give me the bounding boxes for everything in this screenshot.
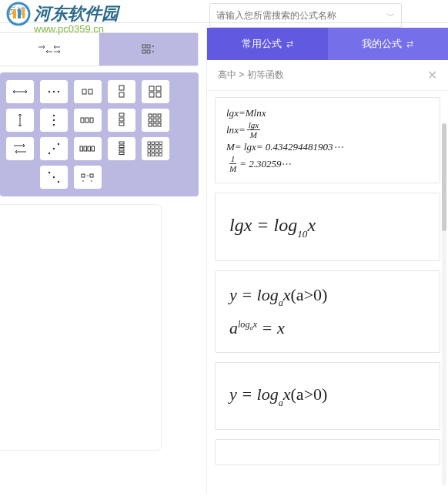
swap-icon: ⇄ xyxy=(286,39,293,49)
scrollbar[interactable] xyxy=(442,123,446,485)
dots-h-icon[interactable] xyxy=(40,80,68,103)
matrix-expand-icon[interactable] xyxy=(74,166,102,189)
arrows-tool[interactable] xyxy=(0,33,99,65)
svg-rect-59 xyxy=(152,142,155,145)
scrollbar-thumb[interactable] xyxy=(442,123,446,231)
matrix-3x1-icon[interactable] xyxy=(108,109,135,132)
svg-rect-54 xyxy=(158,119,161,122)
svg-rect-2 xyxy=(18,9,21,18)
svg-rect-70 xyxy=(148,153,151,156)
svg-point-13 xyxy=(53,115,55,116)
formula-card[interactable]: y = logax(a>0) xyxy=(215,362,440,429)
svg-rect-64 xyxy=(155,146,159,149)
svg-point-14 xyxy=(53,119,55,121)
svg-point-20 xyxy=(53,176,55,178)
search-input[interactable] xyxy=(216,10,386,21)
svg-rect-53 xyxy=(153,119,156,122)
formula-card[interactable]: lgx = log10x xyxy=(215,193,440,261)
dots-diag-down-icon[interactable] xyxy=(40,166,68,189)
svg-point-16 xyxy=(48,153,50,154)
close-icon[interactable]: ✕ xyxy=(427,68,437,82)
svg-rect-50 xyxy=(153,114,156,117)
svg-rect-65 xyxy=(159,146,162,149)
svg-rect-37 xyxy=(119,92,124,97)
right-panel: 常用公式 ⇄ 我的公式 ⇄ 高中 > 初等函数 ✕ lgx = Mlnx lnx… xyxy=(206,28,448,494)
search-box[interactable]: ﹀ xyxy=(209,3,402,28)
matrix-tool-active[interactable] xyxy=(99,33,198,65)
svg-rect-42 xyxy=(119,146,124,148)
formula-list[interactable]: lgx = Mlnx lnx = lgxM M = lgx = 0.434294… xyxy=(207,91,448,499)
svg-rect-67 xyxy=(152,149,155,153)
svg-rect-41 xyxy=(119,142,124,144)
svg-rect-56 xyxy=(153,123,156,126)
left-panel xyxy=(0,28,199,494)
svg-rect-27 xyxy=(80,146,83,151)
svg-point-32 xyxy=(87,175,89,176)
arrow-ud-icon[interactable] xyxy=(6,109,34,132)
formula-card[interactable] xyxy=(215,439,440,465)
svg-point-19 xyxy=(48,172,50,173)
editor-canvas[interactable] xyxy=(0,204,162,451)
svg-rect-30 xyxy=(92,146,95,151)
svg-point-34 xyxy=(82,180,84,182)
svg-point-18 xyxy=(58,143,59,145)
svg-rect-31 xyxy=(82,174,85,177)
svg-rect-26 xyxy=(90,118,93,122)
svg-point-21 xyxy=(58,181,59,183)
formula-card[interactable]: lgx = Mlnx lnx = lgxM M = lgx = 0.434294… xyxy=(215,97,440,183)
matrix-1x2-icon[interactable] xyxy=(74,80,102,103)
matrix-2x2-icon[interactable] xyxy=(142,80,169,103)
svg-rect-55 xyxy=(149,123,152,126)
arrow-swap-icon[interactable] xyxy=(6,137,34,160)
tab-my-formulas[interactable]: 我的公式 ⇄ xyxy=(328,28,449,60)
svg-rect-48 xyxy=(156,92,161,97)
svg-rect-68 xyxy=(155,149,159,153)
svg-rect-58 xyxy=(148,142,151,145)
svg-rect-1 xyxy=(13,9,16,18)
svg-rect-49 xyxy=(149,114,152,117)
arrow-lr-icon[interactable] xyxy=(6,80,34,103)
svg-rect-3 xyxy=(22,9,25,18)
symbol-toolbar xyxy=(0,32,199,66)
svg-rect-71 xyxy=(152,153,155,156)
svg-point-8 xyxy=(152,45,154,47)
svg-rect-66 xyxy=(148,149,151,153)
matrix-1x4-icon[interactable] xyxy=(74,137,102,160)
svg-rect-69 xyxy=(159,149,162,153)
dots-diag-up-icon[interactable] xyxy=(40,137,68,160)
tab-label: 常用公式 xyxy=(242,37,282,51)
matrix-palette xyxy=(0,72,199,196)
watermark-logo: 河东软件园 www.pc0359.cn xyxy=(6,2,119,35)
svg-rect-28 xyxy=(84,146,87,151)
svg-rect-25 xyxy=(85,118,89,122)
matrix-3x3-icon[interactable] xyxy=(142,109,169,132)
svg-rect-46 xyxy=(156,86,161,91)
svg-rect-60 xyxy=(155,142,159,145)
svg-point-9 xyxy=(152,51,154,52)
matrix-1x3-icon[interactable] xyxy=(74,109,102,132)
svg-point-10 xyxy=(48,91,50,92)
tab-common-formulas[interactable]: 常用公式 ⇄ xyxy=(207,28,328,60)
chevron-down-icon[interactable]: ﹀ xyxy=(386,10,395,22)
svg-rect-72 xyxy=(155,153,159,156)
matrix-4x1-icon[interactable] xyxy=(108,137,135,160)
dots-v-icon[interactable] xyxy=(40,109,68,132)
svg-point-17 xyxy=(53,148,55,149)
svg-rect-73 xyxy=(159,153,162,156)
formula-card[interactable]: y = logax(a>0) alogax = x xyxy=(215,270,440,353)
svg-rect-62 xyxy=(148,146,151,149)
svg-point-35 xyxy=(91,180,92,182)
svg-rect-61 xyxy=(159,142,162,145)
breadcrumb-path[interactable]: 高中 > 初等函数 xyxy=(218,69,284,82)
logo-icon xyxy=(6,2,31,26)
matrix-4x4-icon[interactable] xyxy=(142,137,169,160)
formula-tabs: 常用公式 ⇄ 我的公式 ⇄ xyxy=(207,28,448,60)
svg-point-12 xyxy=(58,91,59,92)
svg-rect-29 xyxy=(88,146,91,151)
matrix-2x1-icon[interactable] xyxy=(108,80,135,103)
svg-rect-39 xyxy=(119,118,124,121)
svg-point-11 xyxy=(53,91,55,92)
svg-rect-23 xyxy=(89,89,92,94)
svg-point-15 xyxy=(53,124,55,126)
svg-rect-36 xyxy=(119,86,124,90)
